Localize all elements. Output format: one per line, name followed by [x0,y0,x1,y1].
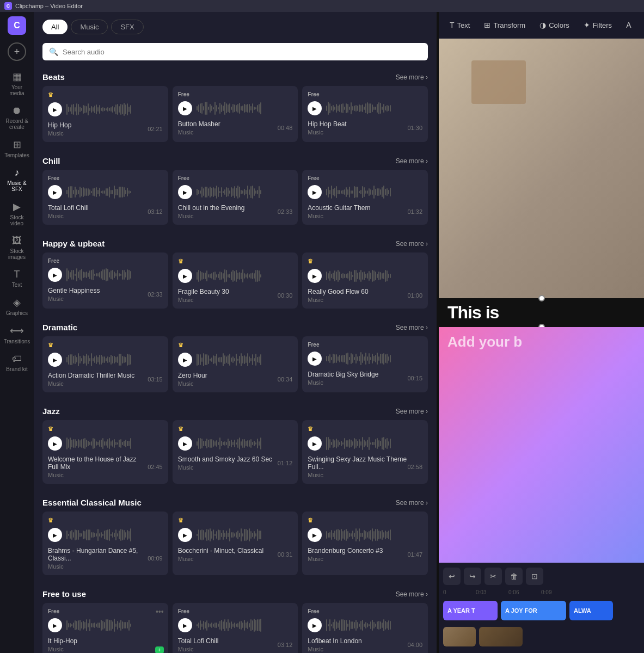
timeline-clip-1[interactable]: A YEAR T [443,601,498,620]
waveform-bar [249,189,250,195]
play-button[interactable]: ▶ [48,185,62,199]
see-more-happy[interactable]: See more › [396,240,428,248]
track-card[interactable]: ♛ ▶ Really Good Flow 60 Music 01:00 [302,252,428,309]
waveform-row: ▶ [48,352,163,367]
sidebar-item-transitions[interactable]: ⟷ Transitions [2,322,32,348]
track-card[interactable]: ♛ ▶ Boccherini - Minuet, Classical Music… [173,512,298,575]
track-card[interactable]: Free ▶ Chill out in the Evening Music 02… [173,170,298,225]
play-button[interactable]: ▶ [48,436,62,451]
tab-music[interactable]: Music [71,20,108,34]
track-card[interactable]: ♛ ▶ Action Dramatic Thriller Music Music… [42,336,168,392]
sidebar-item-brand-kit[interactable]: 🏷 Brand kit [2,350,32,375]
track-card[interactable]: ♛ ▶ Hip Hop Music 02:21 [42,86,168,142]
play-button[interactable]: ▶ [308,352,322,366]
play-button[interactable]: ▶ [308,185,322,199]
track-card[interactable]: Free ▶ Dramatic Big Sky Bridge Music 00:… [302,336,428,392]
play-button[interactable]: ▶ [308,528,322,542]
see-more-free[interactable]: See more › [396,590,428,598]
preview-bg[interactable]: This is Add your b [439,39,644,563]
play-button[interactable]: ▶ [308,101,322,115]
see-more-classical[interactable]: See more › [396,499,428,507]
resize-handle-top[interactable] [538,295,545,301]
timeline-thumb-2[interactable] [479,627,523,646]
toolbar-more-btn[interactable]: A [620,17,637,33]
sidebar-item-your-media[interactable]: ▦ Your media [2,67,32,100]
waveform-bar [357,622,358,628]
tab-all[interactable]: All [42,20,68,34]
track-card[interactable]: Free ▶ Button Masher Music 00:48 [173,86,298,142]
waveform-bar [127,530,128,540]
play-button[interactable]: ▶ [308,618,322,632]
track-card[interactable]: ♛ ▶ Brahms - Hungarian Dance #5, Classi.… [42,512,168,575]
delete-button[interactable]: 🗑 [505,568,523,585]
play-button[interactable]: ▶ [48,528,62,542]
track-card[interactable]: ♛ ▶ Welcome to the House of Jazz Full Mi… [42,420,168,484]
preview-title-text: This is [447,303,635,323]
search-input[interactable] [63,48,421,56]
sidebar-item-stock-video[interactable]: ▶ Stock video [2,198,32,230]
play-button[interactable]: ▶ [48,268,62,282]
track-card[interactable]: ♛ ▶ Zero Hour Music 00:34 [173,336,298,392]
play-button[interactable]: ▶ [48,618,62,632]
track-card[interactable]: Free ▶ Total Lofi Chill Music 03:12 [42,170,168,225]
play-button[interactable]: ▶ [178,185,192,199]
add-button[interactable]: + [8,42,26,61]
timeline-thumb-1[interactable] [443,627,476,646]
play-button[interactable]: ▶ [178,528,192,542]
track-card[interactable]: Free ▶ Gentle Happiness Music 02:33 [42,252,168,309]
redo-button[interactable]: ↪ [464,568,481,585]
waveform-bar [125,104,126,114]
undo-button[interactable]: ↩ [443,568,461,585]
sidebar-item-text[interactable]: T Text [2,266,32,291]
track-card[interactable]: ♛ ▶ Smooth and Smoky Jazz 60 Sec Music 0… [173,420,298,484]
play-button[interactable]: ▶ [48,353,62,367]
track-more-btn[interactable]: ••• [156,607,164,616]
waveform-bar [128,190,130,193]
toolbar-filters-btn[interactable]: ✦ Filters [577,17,618,33]
waveform-bar [254,531,255,538]
waveform-bar [239,272,240,280]
waveform-bar [128,531,130,538]
see-more-dramatic[interactable]: See more › [396,324,428,331]
timeline-clip-2[interactable]: A JOY FOR [501,601,566,620]
play-button[interactable]: ▶ [308,436,322,451]
track-card[interactable]: Free ▶ Hip Hop Beat Music 01:30 [302,86,428,142]
play-button[interactable]: ▶ [308,269,322,283]
see-more-jazz[interactable]: See more › [396,408,428,415]
play-button[interactable]: ▶ [178,436,192,451]
waveform-bar [365,531,366,539]
see-more-beats[interactable]: See more › [396,73,428,81]
toolbar-transform-btn[interactable]: ⊞ Transform [477,17,532,33]
cut-button[interactable]: ✂ [484,568,502,585]
track-card[interactable]: ••• Free ▶ It Hip-Hop Music + [42,603,168,653]
play-button[interactable]: ▶ [178,101,192,115]
waveform-bar [128,270,130,280]
play-button[interactable]: ▶ [178,353,192,367]
see-more-chill[interactable]: See more › [396,157,428,165]
sidebar-item-templates[interactable]: ⊞ Templates [2,135,32,162]
track-card[interactable]: ♛ ▶ Swinging Sexy Jazz Music Theme Full.… [302,420,428,484]
track-card[interactable]: Free ▶ Acoustic Guitar Them Music 01:32 [302,170,428,225]
split-button[interactable]: ⊡ [526,568,543,585]
track-card[interactable]: Free ▶ Lofibeat In London Music 04:00 [302,603,428,653]
track-card[interactable]: Free ▶ Total Lofi Chill Music 03:12 [173,603,298,653]
ruler-mark-3: 0:09 [541,589,574,595]
play-button[interactable]: ▶ [178,618,192,632]
waveform-bar [369,531,370,539]
app-logo[interactable]: C [8,16,26,35]
tab-sfx[interactable]: SFX [111,20,143,34]
play-button[interactable]: ▶ [178,269,192,283]
sidebar-item-record[interactable]: ⏺ Record &create [2,102,32,133]
track-card[interactable]: ♛ ▶ Brandenburg Concerto #3 Music 01:47 [302,512,428,575]
waveform-bar [378,356,379,361]
track-name: Lofibeat In London [308,637,361,645]
toolbar-colors-btn[interactable]: ◑ Colors [533,17,576,33]
sidebar-item-music[interactable]: ♪ Music & SFX [2,164,32,195]
play-button[interactable]: ▶ [48,102,62,116]
crown-icon: ♛ [178,517,183,524]
track-card[interactable]: ♛ ▶ Fragile Beauty 30 Music 00:30 [173,252,298,309]
toolbar-text-btn[interactable]: T Text [443,17,476,33]
sidebar-item-stock-images[interactable]: 🖼 Stock images [2,232,32,263]
sidebar-item-graphics[interactable]: ◈ Graphics [2,293,32,319]
timeline-clip-3[interactable]: ALWA [569,601,613,620]
